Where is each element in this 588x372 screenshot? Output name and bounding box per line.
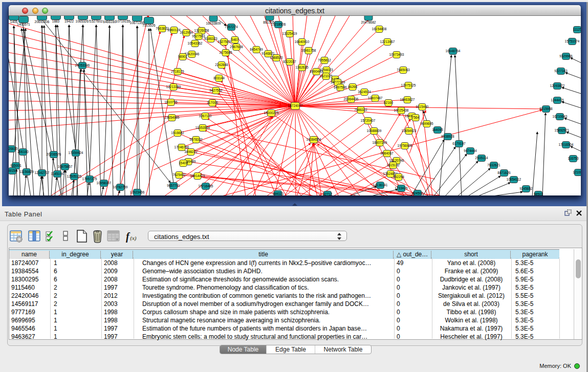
svg-text:317006: 317006 <box>207 101 218 104</box>
svg-text:1615132: 1615132 <box>386 163 400 167</box>
svg-text:10654112: 10654112 <box>507 178 521 181</box>
svg-text:19422: 19422 <box>64 19 74 23</box>
svg-text:8322037: 8322037 <box>283 60 296 63</box>
svg-text:10688609: 10688609 <box>367 129 382 133</box>
svg-text:1145194: 1145194 <box>51 172 64 176</box>
svg-text:10719155: 10719155 <box>116 19 130 23</box>
svg-text:20478682: 20478682 <box>361 20 376 24</box>
svg-text:7485063: 7485063 <box>397 68 410 72</box>
svg-text:1621025: 1621025 <box>319 74 333 78</box>
svg-text:9115460: 9115460 <box>416 105 429 108</box>
svg-text:2242848: 2242848 <box>215 63 228 67</box>
svg-text:9657791: 9657791 <box>167 184 180 187</box>
svg-text:18463627: 18463627 <box>400 98 415 101</box>
svg-text:11353594: 11353594 <box>195 126 210 129</box>
svg-text:13654923: 13654923 <box>402 129 417 133</box>
svg-text:9699695: 9699695 <box>420 122 433 125</box>
svg-text:16640910: 16640910 <box>295 40 310 43</box>
svg-text:15892971: 15892971 <box>555 128 570 132</box>
svg-text:17957275: 17957275 <box>82 177 97 181</box>
svg-text:1244415: 1244415 <box>551 98 564 102</box>
svg-text:3267110: 3267110 <box>199 114 212 118</box>
svg-text:15720407: 15720407 <box>361 119 376 122</box>
svg-text:11156829: 11156829 <box>19 170 34 173</box>
svg-text:9245652: 9245652 <box>519 187 533 190</box>
svg-text:16914479: 16914479 <box>190 174 205 178</box>
svg-text:1810755: 1810755 <box>164 100 178 104</box>
svg-text:98901: 98901 <box>178 55 187 58</box>
svg-text:17359924: 17359924 <box>69 151 83 155</box>
svg-text:3175685: 3175685 <box>219 51 232 54</box>
svg-text:19218506: 19218506 <box>271 23 286 26</box>
svg-text:17046766: 17046766 <box>175 145 189 149</box>
svg-text:46266: 46266 <box>348 85 357 89</box>
svg-text:16154808: 16154808 <box>372 27 387 31</box>
svg-text:9084067: 9084067 <box>380 151 394 155</box>
svg-text:10653267: 10653267 <box>76 19 91 23</box>
svg-text:1883: 1883 <box>52 19 60 23</box>
svg-text:164095: 164095 <box>432 128 443 132</box>
svg-text:8215958: 8215958 <box>539 107 553 111</box>
svg-text:9329966: 9329966 <box>559 54 573 58</box>
svg-text:8938928: 8938928 <box>441 135 454 138</box>
svg-text:7986322: 7986322 <box>354 108 367 112</box>
svg-text:9427552: 9427552 <box>209 89 223 92</box>
svg-text:2967608: 2967608 <box>230 45 243 49</box>
svg-text:3624574: 3624574 <box>358 90 371 94</box>
svg-text:20053346: 20053346 <box>75 63 90 67</box>
svg-text:10958107: 10958107 <box>97 181 112 185</box>
svg-text:15751074: 15751074 <box>565 39 580 43</box>
svg-text:121005: 121005 <box>573 170 581 174</box>
svg-text:12923466: 12923466 <box>130 190 145 194</box>
svg-text:19654985: 19654985 <box>165 116 180 119</box>
svg-text:9227343: 9227343 <box>554 69 568 73</box>
svg-text:12975125: 12975125 <box>401 83 416 87</box>
svg-text:1405571: 1405571 <box>17 23 30 26</box>
svg-text:15300275: 15300275 <box>264 111 279 115</box>
svg-text:20364436: 20364436 <box>344 97 359 101</box>
svg-text:3912954: 3912954 <box>180 31 193 34</box>
svg-text:16120746: 16120746 <box>389 159 404 162</box>
svg-text:19384554: 19384554 <box>307 138 321 141</box>
svg-text:3498222: 3498222 <box>184 150 198 154</box>
svg-text:803144: 803144 <box>213 76 225 80</box>
svg-text:12342717: 12342717 <box>35 171 50 174</box>
svg-text:39154: 39154 <box>9 169 17 172</box>
svg-text:15409: 15409 <box>179 161 188 165</box>
svg-text:8471626: 8471626 <box>497 171 511 174</box>
svg-text:20691406: 20691406 <box>35 20 50 24</box>
svg-text:92712: 92712 <box>323 192 332 195</box>
svg-text:18807249: 18807249 <box>373 141 387 144</box>
svg-text:5578332: 5578332 <box>189 138 203 141</box>
svg-text:924502: 924502 <box>412 191 423 195</box>
svg-text:2935114: 2935114 <box>475 156 488 160</box>
svg-text:6497566: 6497566 <box>334 85 347 89</box>
svg-text:6466160: 6466160 <box>103 20 116 24</box>
svg-text:7625402: 7625402 <box>172 173 186 177</box>
svg-text:19777169: 19777169 <box>331 80 345 84</box>
svg-text:1527602: 1527602 <box>90 19 103 23</box>
svg-text:10807487: 10807487 <box>368 96 383 100</box>
svg-text:10975857: 10975857 <box>58 165 73 168</box>
svg-text:13226058: 13226058 <box>194 29 209 32</box>
svg-text:17016504: 17016504 <box>559 143 574 146</box>
svg-text:12213967: 12213967 <box>380 40 395 43</box>
svg-text:16782759: 16782759 <box>113 185 128 189</box>
svg-text:20206576: 20206576 <box>47 152 61 156</box>
svg-text:8186323: 8186323 <box>204 37 217 40</box>
svg-text:8960124: 8960124 <box>167 28 181 32</box>
svg-text:252254: 252254 <box>393 175 404 179</box>
svg-text:11125: 11125 <box>573 28 581 31</box>
svg-text:8454749: 8454749 <box>250 48 263 51</box>
svg-text:12093872: 12093872 <box>550 84 565 87</box>
svg-text:5467: 5467 <box>231 38 239 41</box>
svg-text:16961758: 16961758 <box>301 49 316 52</box>
svg-text:19756928: 19756928 <box>398 144 412 147</box>
svg-text:7515526: 7515526 <box>142 24 156 27</box>
svg-text:2718176: 2718176 <box>171 70 184 73</box>
svg-text:6179197: 6179197 <box>452 142 466 145</box>
svg-text:184023: 184023 <box>272 192 284 195</box>
svg-text:16210643: 16210643 <box>553 115 568 118</box>
svg-text:10025438: 10025438 <box>394 108 409 112</box>
svg-text:9146821: 9146821 <box>262 52 275 55</box>
